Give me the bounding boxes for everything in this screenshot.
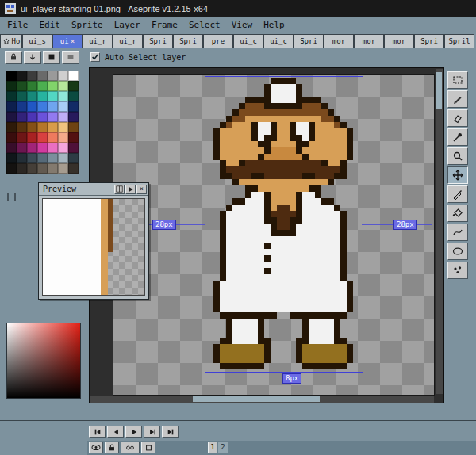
palette-swatch[interactable] xyxy=(37,122,48,132)
blur-tool[interactable] xyxy=(447,262,468,279)
palette-swatch[interactable] xyxy=(58,143,68,153)
horizontal-scrollbar[interactable] xyxy=(90,396,434,403)
slice-tool[interactable] xyxy=(447,185,468,203)
palette-swatch[interactable] xyxy=(58,163,68,174)
palette-swatch[interactable] xyxy=(17,143,27,153)
palette-swatch[interactable] xyxy=(37,101,48,112)
preview-close-button[interactable]: × xyxy=(136,185,147,194)
linked-cels-button[interactable] xyxy=(121,442,140,453)
palette-swatch[interactable] xyxy=(6,132,17,143)
palette-swatch[interactable] xyxy=(48,71,58,81)
palette-swatch[interactable] xyxy=(58,71,68,81)
palette-swatch[interactable] xyxy=(27,81,37,91)
palette-swatch[interactable] xyxy=(48,153,58,163)
tab-ui_c[interactable]: ui_c xyxy=(233,34,263,48)
color-selector-gradient[interactable] xyxy=(6,323,81,399)
tab-Spril[interactable]: Spril xyxy=(444,34,474,48)
palette-swatch[interactable] xyxy=(27,132,37,143)
palette-swatch[interactable] xyxy=(68,91,79,101)
palette-swatch[interactable] xyxy=(58,132,68,143)
palette-swatch[interactable] xyxy=(27,153,37,163)
tab-pre[interactable]: pre xyxy=(203,34,233,48)
palette-swatch[interactable] xyxy=(37,112,48,122)
auto-select-layer-checkbox[interactable] xyxy=(90,52,100,62)
palette-swatch[interactable] xyxy=(68,132,79,143)
palette-swatch[interactable] xyxy=(68,153,79,163)
palette-swatch[interactable] xyxy=(6,143,17,153)
palette-swatch[interactable] xyxy=(27,163,37,174)
menu-item-frame[interactable]: Frame xyxy=(146,19,183,31)
palette-swatch[interactable] xyxy=(17,81,27,91)
palette-swatch[interactable] xyxy=(6,112,17,122)
palette-swatch[interactable] xyxy=(6,71,17,81)
ellipse-tool[interactable] xyxy=(447,243,468,260)
tab-close-icon[interactable]: × xyxy=(71,37,75,45)
vertical-scrollbar-thumb[interactable] xyxy=(436,72,442,109)
palette-swatch[interactable] xyxy=(37,153,48,163)
last-frame-button[interactable] xyxy=(162,426,178,438)
frame-tab-1[interactable]: 1 xyxy=(208,442,217,453)
palette-swatch[interactable] xyxy=(27,143,37,153)
paint-bucket-tool[interactable] xyxy=(447,205,468,222)
palette-swatch[interactable] xyxy=(68,163,79,174)
menu-item-view[interactable]: View xyxy=(226,19,259,31)
palette-swatch[interactable] xyxy=(27,101,37,112)
menu-item-edit[interactable]: Edit xyxy=(34,19,67,31)
palette-swatch[interactable] xyxy=(48,122,58,132)
play-button[interactable] xyxy=(125,426,142,438)
palette-swatch[interactable] xyxy=(58,91,68,101)
palette-swatch[interactable] xyxy=(27,112,37,122)
palette-swatch[interactable] xyxy=(68,101,79,112)
palette-swatch[interactable] xyxy=(6,153,17,163)
palette-swatch[interactable] xyxy=(48,143,58,153)
zoom-tool[interactable] xyxy=(447,147,468,165)
curve-tool[interactable] xyxy=(447,224,468,241)
slice-label-right[interactable]: 28px xyxy=(393,220,417,230)
palette-swatch[interactable] xyxy=(27,71,37,81)
tab-ui_c[interactable]: ui_c xyxy=(263,34,294,48)
palette-swatch[interactable] xyxy=(48,101,58,112)
move-tool[interactable] xyxy=(447,166,468,184)
palette-swatch[interactable] xyxy=(37,132,48,143)
menu-item-select[interactable]: Select xyxy=(183,19,226,31)
palette-swatch[interactable] xyxy=(48,91,58,101)
palette-swatch[interactable] xyxy=(58,81,68,91)
palette-resize-handle[interactable] xyxy=(7,193,16,201)
palette-swatch[interactable] xyxy=(58,101,68,112)
palette-swatch[interactable] xyxy=(37,91,48,101)
eraser-tool[interactable] xyxy=(447,109,468,127)
tab-Spri[interactable]: Spri xyxy=(414,34,444,48)
palette-swatch[interactable] xyxy=(37,71,48,81)
palette-swatch[interactable] xyxy=(68,112,79,122)
tab-ui_r[interactable]: ui_r xyxy=(83,34,113,48)
palette-swatch[interactable] xyxy=(68,81,79,91)
palette-swatch[interactable] xyxy=(37,143,48,153)
palette-swatch[interactable] xyxy=(27,122,37,132)
preview-titlebar[interactable]: Preview × xyxy=(39,183,148,196)
palette-swatch[interactable] xyxy=(17,101,27,112)
palette-swatch[interactable] xyxy=(58,153,68,163)
palette-lock-button[interactable] xyxy=(5,51,22,64)
tab-mor[interactable]: mor xyxy=(354,34,384,48)
palette-swatch[interactable] xyxy=(6,122,17,132)
preview-canvas[interactable] xyxy=(42,198,145,296)
palette-swatch[interactable] xyxy=(6,91,17,101)
tab-Spri[interactable]: Spri xyxy=(173,34,203,48)
eyedropper-tool[interactable] xyxy=(447,128,468,146)
menu-item-layer[interactable]: Layer xyxy=(109,19,146,31)
tab-home[interactable]: Ho xyxy=(0,34,22,48)
layer-visibility-button[interactable] xyxy=(89,442,103,453)
palette-swatch[interactable] xyxy=(48,112,58,122)
palette-swatch[interactable] xyxy=(6,163,17,174)
current-color-button[interactable] xyxy=(43,51,60,64)
palette-swatch[interactable] xyxy=(17,112,27,122)
palette-swatch[interactable] xyxy=(17,91,27,101)
next-frame-button[interactable] xyxy=(144,426,160,438)
palette-swatch[interactable] xyxy=(68,143,79,153)
palette-options-button[interactable] xyxy=(62,51,79,64)
palette-swatch[interactable] xyxy=(58,112,68,122)
frame-tab-2[interactable]: 2 xyxy=(218,442,228,453)
palette-swatch[interactable] xyxy=(6,101,17,112)
pencil-tool[interactable] xyxy=(447,90,468,108)
sprite-canvas[interactable] xyxy=(207,78,359,369)
